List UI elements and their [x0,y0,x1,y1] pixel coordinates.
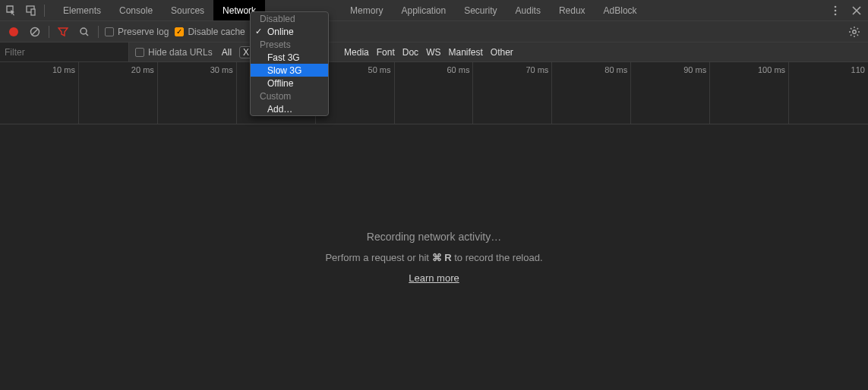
hint-pre: Perform a request or hit [325,252,431,263]
tab-adblock[interactable]: AdBlock [595,0,646,20]
topbar-right [829,4,868,17]
filter-bar: Hide data URLs All X Media Font Doc WS M… [0,42,868,62]
tick: 110 [789,62,868,124]
topbar-left [0,4,45,17]
tab-audits[interactable]: Audits [507,0,550,20]
inspect-icon[interactable] [5,4,18,17]
type-font[interactable]: Font [377,47,395,58]
tick-label: 80 ms [604,65,627,74]
type-doc[interactable]: Doc [402,47,418,58]
preserve-log-checkbox[interactable]: Preserve log [105,27,169,37]
dd-item-offline[interactable]: Offline [251,77,328,90]
tick: 90 ms [631,62,710,124]
tick-label: 30 ms [210,65,233,74]
dd-item-online[interactable]: ✓ Online [251,25,328,38]
close-icon[interactable] [850,4,863,17]
tab-console[interactable]: Console [110,0,162,20]
tab-elements[interactable]: Elements [54,0,110,20]
tick: 10 ms [0,62,79,124]
learn-more-link[interactable]: Learn more [409,272,459,284]
kebab-icon[interactable] [829,4,842,17]
timeline[interactable]: 10 ms 20 ms 30 ms 50 ms 60 ms 70 ms 80 m… [0,62,868,124]
disable-cache-checkbox[interactable]: ✓ Disable cache [175,27,245,37]
dd-item-slow3g[interactable]: Slow 3G [251,64,328,77]
svg-point-4 [835,13,837,15]
svg-point-3 [835,9,837,11]
throttle-dropdown: Disabled ✓ Online Presets Fast 3G Slow 3… [250,11,329,116]
type-all[interactable]: All [222,47,232,58]
type-media[interactable]: Media [344,47,369,58]
svg-point-2 [835,5,837,8]
tick: 60 ms [395,62,474,124]
tick: 70 ms [473,62,552,124]
tick-label: 50 ms [368,65,391,74]
network-toolbar: Preserve log ✓ Disable cache [0,21,868,42]
dd-header-presets: Presets [251,38,328,51]
divider [98,26,99,38]
svg-rect-1 [31,9,35,15]
toolbar-right [847,24,862,39]
hint-key: ⌘ R [432,252,452,263]
type-ws[interactable]: WS [426,47,440,58]
record-button[interactable] [6,24,21,39]
tab-sources[interactable]: Sources [162,0,213,20]
tab-application[interactable]: Application [392,0,455,20]
tick-label: 70 ms [526,65,548,74]
dd-label: Online [267,27,294,37]
dd-item-fast3g[interactable]: Fast 3G [251,51,328,64]
dd-header-disabled: Disabled [251,12,328,25]
empty-title: Recording network activity… [367,231,501,243]
divider [44,5,45,17]
hide-data-urls-checkbox[interactable]: Hide data URLs [135,47,213,58]
type-other[interactable]: Other [491,47,513,58]
disable-cache-label: Disable cache [188,27,245,37]
tick-label: 110 [851,65,865,74]
clear-icon[interactable] [27,24,43,39]
tick-label: 90 ms [683,65,706,74]
search-icon[interactable] [77,24,92,39]
hint-post: to record the reload. [452,252,543,263]
device-toggle-icon[interactable] [24,4,38,17]
tick-label: 10 ms [52,65,75,74]
dd-header-custom: Custom [251,90,328,102]
check-icon: ✓ [255,27,262,36]
tick: 100 ms [710,62,789,124]
tick: 30 ms [158,62,237,124]
devtools-topbar: Elements Console Sources Network Memory … [0,0,868,21]
type-manifest[interactable]: Manifest [448,47,482,58]
network-empty-state: Recording network activity… Perform a re… [0,124,868,284]
tick: 80 ms [552,62,631,124]
panel-tabs: Elements Console Sources Network Memory … [54,0,646,20]
settings-icon[interactable] [847,24,862,39]
dd-item-add[interactable]: Add… [251,102,328,115]
svg-point-6 [80,28,87,34]
divider [49,26,49,38]
hide-data-urls-label: Hide data URLs [148,47,213,58]
tick-label: 20 ms [131,65,154,74]
empty-hint: Perform a request or hit ⌘ R to record t… [325,252,542,263]
tick-label: 100 ms [758,65,785,74]
tab-memory[interactable]: Memory [341,0,392,20]
tab-security[interactable]: Security [455,0,506,20]
tick-label: 60 ms [447,65,469,74]
tab-redux[interactable]: Redux [550,0,595,20]
filter-icon[interactable] [55,24,71,39]
filter-input[interactable] [0,42,129,61]
tick: 20 ms [79,62,158,124]
svg-point-7 [853,30,856,33]
preserve-log-label: Preserve log [118,27,169,37]
